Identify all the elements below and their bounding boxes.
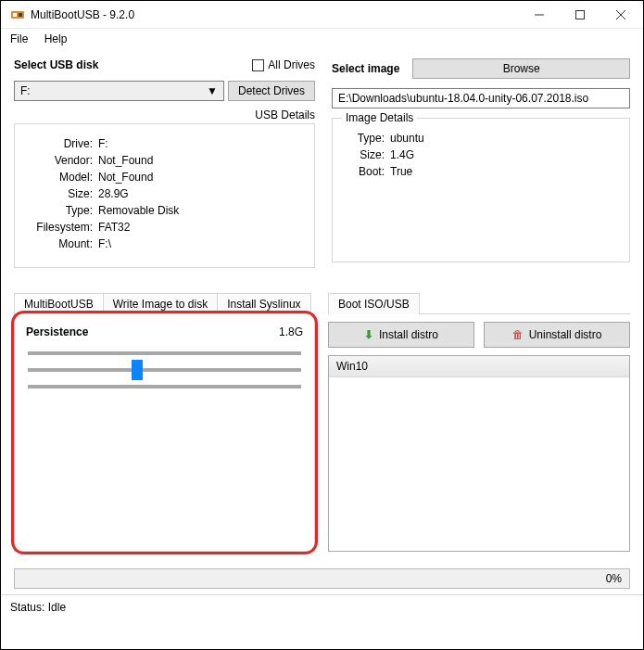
menu-bar: File Help (1, 29, 643, 53)
usb-details-label: USB Details (14, 108, 315, 121)
usb-type-v: Removable Disk (98, 204, 179, 217)
left-tabs: MultiBootUSB Write Image to disk Install… (14, 292, 328, 313)
checkbox-icon (252, 59, 264, 71)
uninstall-distro-button[interactable]: 🗑 Uninstall distro (484, 322, 630, 348)
usb-fs-k: Filesystem: (28, 221, 93, 234)
progress-bar: 0% (14, 568, 630, 589)
usb-vendor-k: Vendor: (28, 154, 93, 167)
highlight-annotation (11, 311, 318, 554)
all-drives-label: All Drives (268, 58, 315, 71)
maximize-button[interactable] (560, 2, 600, 28)
image-details-panel: Image Details Type:ubuntu Size:1.4G Boot… (332, 118, 630, 262)
list-item[interactable]: Win10 (329, 356, 629, 377)
img-type-v: ubuntu (390, 132, 424, 145)
distro-panel: ⬇ Install distro 🗑 Uninstall distro Win1… (328, 313, 630, 552)
select-image-label: Select image (332, 62, 399, 75)
select-usb-label: Select USB disk (14, 58, 252, 71)
download-arrow-icon: ⬇ (364, 328, 373, 341)
svg-rect-4 (576, 10, 585, 19)
status-label: Status: (10, 601, 44, 614)
progress-value: 0% (606, 572, 622, 585)
menu-file[interactable]: File (10, 32, 28, 45)
window-title: MultiBootUSB - 9.2.0 (31, 8, 519, 21)
persistence-label: Persistence (26, 325, 88, 338)
trash-icon: 🗑 (512, 328, 524, 341)
close-button[interactable] (600, 2, 641, 28)
slider-thumb[interactable] (132, 360, 143, 380)
install-distro-button[interactable]: ⬇ Install distro (328, 322, 474, 348)
usb-model-k: Model: (28, 171, 93, 184)
uninstall-distro-label: Uninstall distro (529, 328, 602, 341)
usb-size-k: Size: (28, 187, 93, 200)
usb-mount-k: Mount: (28, 237, 93, 250)
usb-drive-select[interactable]: F: ▼ (14, 81, 224, 101)
all-drives-checkbox[interactable]: All Drives (252, 58, 315, 71)
usb-size-v: 28.9G (98, 187, 129, 200)
usb-fs-v: FAT32 (98, 221, 130, 234)
persistence-value: 1.8G (279, 325, 303, 338)
app-icon (10, 7, 25, 22)
usb-details-panel: Drive:F: Vendor:Not_Found Model:Not_Foun… (14, 123, 315, 268)
menu-help[interactable]: Help (44, 32, 68, 45)
usb-drive-k: Drive: (28, 137, 93, 150)
img-size-k: Size: (346, 148, 385, 161)
window-controls (519, 2, 641, 28)
tab-multiboot[interactable]: MultiBootUSB (14, 293, 104, 314)
img-boot-v: True (390, 165, 412, 178)
install-distro-label: Install distro (379, 328, 438, 341)
title-bar: MultiBootUSB - 9.2.0 (1, 1, 643, 29)
persistence-slider[interactable] (28, 368, 301, 372)
status-bar: Status: Idle (1, 594, 643, 619)
status-value: Idle (48, 601, 66, 614)
img-type-k: Type: (346, 132, 385, 145)
minimize-button[interactable] (519, 2, 560, 28)
usb-type-k: Type: (28, 204, 93, 217)
usb-drive-v: F: (98, 137, 108, 150)
persistence-panel: Persistence 1.8G (14, 313, 315, 552)
usb-mount-v: F:\ (98, 237, 111, 250)
usb-model-v: Not_Found (98, 171, 153, 184)
browse-button[interactable]: Browse (412, 58, 630, 79)
image-details-legend: Image Details (342, 111, 417, 124)
persistence-slider-bottom[interactable] (28, 385, 301, 389)
detect-drives-button[interactable]: Detect Drives (228, 81, 315, 101)
usb-drive-value: F: (20, 84, 31, 97)
tab-boot-iso[interactable]: Boot ISO/USB (328, 293, 420, 314)
svg-rect-2 (19, 13, 22, 17)
chevron-down-icon: ▼ (207, 84, 218, 97)
persistence-slider-top[interactable] (28, 351, 301, 355)
img-boot-k: Boot: (346, 165, 385, 178)
tab-install-syslinux[interactable]: Install Syslinux (217, 293, 310, 314)
distro-list[interactable]: Win10 (328, 355, 630, 552)
right-tabs: Boot ISO/USB (328, 292, 630, 313)
svg-rect-1 (13, 13, 17, 17)
image-path-input[interactable] (332, 88, 630, 108)
tab-write-image[interactable]: Write Image to disk (103, 293, 218, 314)
img-size-v: 1.4G (390, 148, 414, 161)
usb-vendor-v: Not_Found (98, 154, 153, 167)
